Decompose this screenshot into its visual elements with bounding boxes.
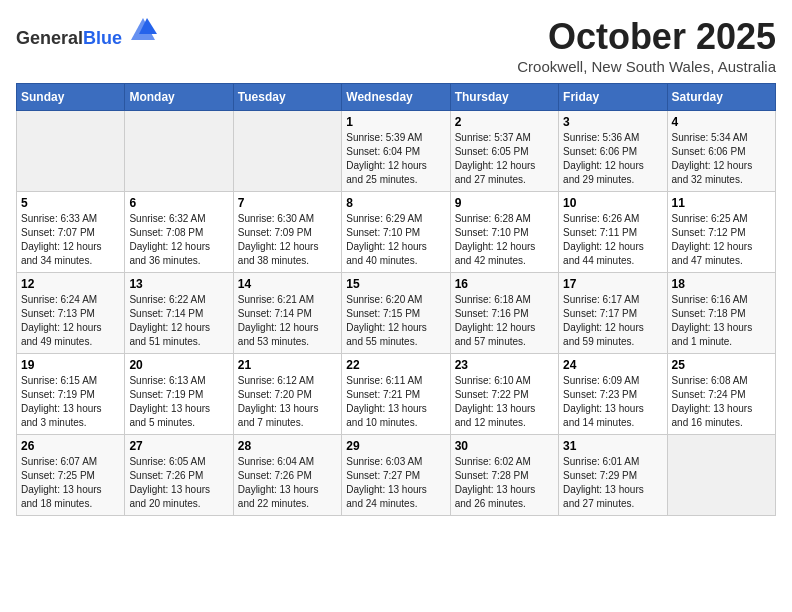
calendar-cell: 9Sunrise: 6:28 AM Sunset: 7:10 PM Daylig… (450, 192, 558, 273)
day-info: Sunrise: 6:33 AM Sunset: 7:07 PM Dayligh… (21, 212, 120, 268)
calendar-cell: 12Sunrise: 6:24 AM Sunset: 7:13 PM Dayli… (17, 273, 125, 354)
day-info: Sunrise: 6:04 AM Sunset: 7:26 PM Dayligh… (238, 455, 337, 511)
calendar-cell: 8Sunrise: 6:29 AM Sunset: 7:10 PM Daylig… (342, 192, 450, 273)
day-number: 25 (672, 358, 771, 372)
day-number: 27 (129, 439, 228, 453)
day-info: Sunrise: 6:07 AM Sunset: 7:25 PM Dayligh… (21, 455, 120, 511)
day-number: 20 (129, 358, 228, 372)
calendar-cell: 1Sunrise: 5:39 AM Sunset: 6:04 PM Daylig… (342, 111, 450, 192)
calendar-cell: 26Sunrise: 6:07 AM Sunset: 7:25 PM Dayli… (17, 435, 125, 516)
calendar-cell: 7Sunrise: 6:30 AM Sunset: 7:09 PM Daylig… (233, 192, 341, 273)
weekday-header-saturday: Saturday (667, 84, 775, 111)
calendar-cell: 11Sunrise: 6:25 AM Sunset: 7:12 PM Dayli… (667, 192, 775, 273)
calendar: SundayMondayTuesdayWednesdayThursdayFrid… (16, 83, 776, 516)
logo-general-text: General (16, 28, 83, 48)
calendar-cell (17, 111, 125, 192)
day-number: 12 (21, 277, 120, 291)
day-info: Sunrise: 5:34 AM Sunset: 6:06 PM Dayligh… (672, 131, 771, 187)
calendar-cell: 29Sunrise: 6:03 AM Sunset: 7:27 PM Dayli… (342, 435, 450, 516)
day-number: 11 (672, 196, 771, 210)
logo-icon (129, 16, 157, 44)
day-number: 13 (129, 277, 228, 291)
day-info: Sunrise: 6:30 AM Sunset: 7:09 PM Dayligh… (238, 212, 337, 268)
day-number: 10 (563, 196, 662, 210)
day-info: Sunrise: 6:25 AM Sunset: 7:12 PM Dayligh… (672, 212, 771, 268)
day-number: 29 (346, 439, 445, 453)
calendar-cell: 4Sunrise: 5:34 AM Sunset: 6:06 PM Daylig… (667, 111, 775, 192)
day-number: 14 (238, 277, 337, 291)
calendar-cell: 27Sunrise: 6:05 AM Sunset: 7:26 PM Dayli… (125, 435, 233, 516)
calendar-cell: 15Sunrise: 6:20 AM Sunset: 7:15 PM Dayli… (342, 273, 450, 354)
month-title: October 2025 (517, 16, 776, 58)
day-number: 3 (563, 115, 662, 129)
day-number: 5 (21, 196, 120, 210)
day-number: 6 (129, 196, 228, 210)
calendar-cell: 10Sunrise: 6:26 AM Sunset: 7:11 PM Dayli… (559, 192, 667, 273)
day-info: Sunrise: 6:28 AM Sunset: 7:10 PM Dayligh… (455, 212, 554, 268)
calendar-cell (125, 111, 233, 192)
calendar-cell: 23Sunrise: 6:10 AM Sunset: 7:22 PM Dayli… (450, 354, 558, 435)
day-number: 15 (346, 277, 445, 291)
day-info: Sunrise: 6:03 AM Sunset: 7:27 PM Dayligh… (346, 455, 445, 511)
weekday-header-thursday: Thursday (450, 84, 558, 111)
day-number: 16 (455, 277, 554, 291)
day-number: 7 (238, 196, 337, 210)
logo: GeneralBlue (16, 16, 157, 49)
calendar-cell: 3Sunrise: 5:36 AM Sunset: 6:06 PM Daylig… (559, 111, 667, 192)
day-info: Sunrise: 6:18 AM Sunset: 7:16 PM Dayligh… (455, 293, 554, 349)
day-info: Sunrise: 6:08 AM Sunset: 7:24 PM Dayligh… (672, 374, 771, 430)
location: Crookwell, New South Wales, Australia (517, 58, 776, 75)
day-number: 24 (563, 358, 662, 372)
day-info: Sunrise: 6:16 AM Sunset: 7:18 PM Dayligh… (672, 293, 771, 349)
calendar-cell: 24Sunrise: 6:09 AM Sunset: 7:23 PM Dayli… (559, 354, 667, 435)
day-info: Sunrise: 6:02 AM Sunset: 7:28 PM Dayligh… (455, 455, 554, 511)
calendar-cell: 31Sunrise: 6:01 AM Sunset: 7:29 PM Dayli… (559, 435, 667, 516)
day-info: Sunrise: 6:17 AM Sunset: 7:17 PM Dayligh… (563, 293, 662, 349)
calendar-cell: 30Sunrise: 6:02 AM Sunset: 7:28 PM Dayli… (450, 435, 558, 516)
day-number: 9 (455, 196, 554, 210)
calendar-cell: 5Sunrise: 6:33 AM Sunset: 7:07 PM Daylig… (17, 192, 125, 273)
weekday-header-monday: Monday (125, 84, 233, 111)
day-number: 2 (455, 115, 554, 129)
title-block: October 2025 Crookwell, New South Wales,… (517, 16, 776, 75)
day-number: 30 (455, 439, 554, 453)
day-info: Sunrise: 6:26 AM Sunset: 7:11 PM Dayligh… (563, 212, 662, 268)
calendar-cell (667, 435, 775, 516)
day-info: Sunrise: 6:05 AM Sunset: 7:26 PM Dayligh… (129, 455, 228, 511)
weekday-header-wednesday: Wednesday (342, 84, 450, 111)
day-info: Sunrise: 6:13 AM Sunset: 7:19 PM Dayligh… (129, 374, 228, 430)
day-number: 19 (21, 358, 120, 372)
day-number: 23 (455, 358, 554, 372)
day-info: Sunrise: 6:29 AM Sunset: 7:10 PM Dayligh… (346, 212, 445, 268)
day-info: Sunrise: 5:39 AM Sunset: 6:04 PM Dayligh… (346, 131, 445, 187)
day-info: Sunrise: 6:32 AM Sunset: 7:08 PM Dayligh… (129, 212, 228, 268)
calendar-cell: 19Sunrise: 6:15 AM Sunset: 7:19 PM Dayli… (17, 354, 125, 435)
calendar-cell: 16Sunrise: 6:18 AM Sunset: 7:16 PM Dayli… (450, 273, 558, 354)
day-info: Sunrise: 5:36 AM Sunset: 6:06 PM Dayligh… (563, 131, 662, 187)
day-info: Sunrise: 6:11 AM Sunset: 7:21 PM Dayligh… (346, 374, 445, 430)
day-number: 26 (21, 439, 120, 453)
weekday-header-sunday: Sunday (17, 84, 125, 111)
calendar-cell (233, 111, 341, 192)
day-number: 1 (346, 115, 445, 129)
calendar-cell: 21Sunrise: 6:12 AM Sunset: 7:20 PM Dayli… (233, 354, 341, 435)
calendar-cell: 22Sunrise: 6:11 AM Sunset: 7:21 PM Dayli… (342, 354, 450, 435)
day-number: 17 (563, 277, 662, 291)
weekday-header-friday: Friday (559, 84, 667, 111)
calendar-cell: 28Sunrise: 6:04 AM Sunset: 7:26 PM Dayli… (233, 435, 341, 516)
day-number: 21 (238, 358, 337, 372)
day-number: 4 (672, 115, 771, 129)
day-info: Sunrise: 6:24 AM Sunset: 7:13 PM Dayligh… (21, 293, 120, 349)
day-info: Sunrise: 6:20 AM Sunset: 7:15 PM Dayligh… (346, 293, 445, 349)
calendar-header: SundayMondayTuesdayWednesdayThursdayFrid… (17, 84, 776, 111)
day-info: Sunrise: 6:12 AM Sunset: 7:20 PM Dayligh… (238, 374, 337, 430)
day-info: Sunrise: 6:15 AM Sunset: 7:19 PM Dayligh… (21, 374, 120, 430)
calendar-cell: 25Sunrise: 6:08 AM Sunset: 7:24 PM Dayli… (667, 354, 775, 435)
day-number: 22 (346, 358, 445, 372)
day-number: 31 (563, 439, 662, 453)
day-info: Sunrise: 5:37 AM Sunset: 6:05 PM Dayligh… (455, 131, 554, 187)
calendar-cell: 18Sunrise: 6:16 AM Sunset: 7:18 PM Dayli… (667, 273, 775, 354)
calendar-cell: 13Sunrise: 6:22 AM Sunset: 7:14 PM Dayli… (125, 273, 233, 354)
day-info: Sunrise: 6:22 AM Sunset: 7:14 PM Dayligh… (129, 293, 228, 349)
day-number: 8 (346, 196, 445, 210)
